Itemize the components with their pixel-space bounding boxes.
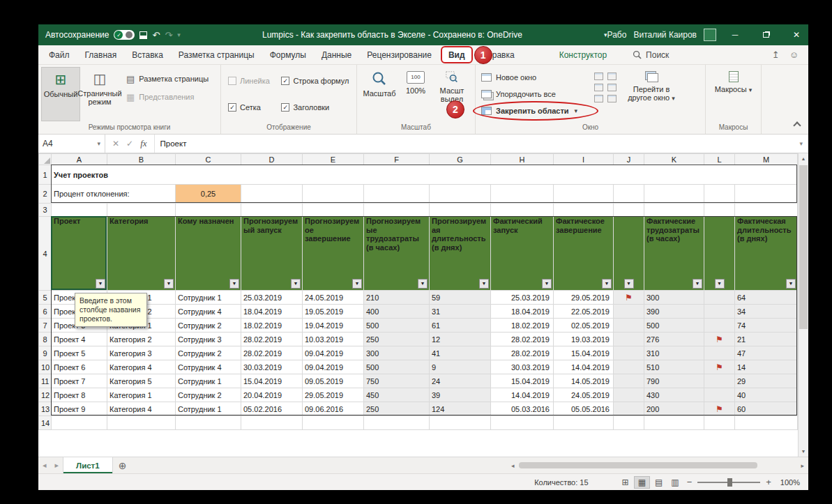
column-header-I[interactable]: I (554, 154, 614, 165)
add-sheet-button[interactable]: ⊕ (113, 457, 133, 473)
cell-A13[interactable]: Проект 9 (52, 402, 107, 416)
cell-K6[interactable]: 390 (644, 305, 704, 319)
cell-H12[interactable]: 14.04.2019 (491, 388, 554, 402)
cell-A10[interactable]: Проект 6 (52, 360, 107, 374)
formula-bar-checkbox[interactable]: ✓ Строка формул (281, 77, 349, 85)
cell-F6[interactable]: 400 (364, 305, 430, 319)
share-icon[interactable]: ↥ (772, 49, 780, 60)
redo-icon[interactable]: ↷ (165, 31, 172, 40)
cell-B8[interactable]: Категория 2 (107, 333, 176, 346)
deviation-value-cell[interactable]: 0,25 (176, 185, 241, 204)
cell[interactable] (735, 416, 798, 430)
zoom-out-button[interactable]: − (683, 477, 696, 487)
cell[interactable] (107, 416, 176, 430)
cell-G11[interactable]: 24 (430, 374, 491, 388)
cell-M11[interactable]: 29 (735, 374, 798, 388)
cell-J10[interactable] (614, 360, 644, 374)
scroll-left-icon[interactable]: ◂ (508, 462, 517, 469)
page-break-preview-button[interactable]: ◫ Страничный режим (80, 67, 119, 121)
filter-button[interactable]: ▼ (418, 279, 428, 289)
scroll-down-icon[interactable]: ▼ (799, 446, 808, 457)
filter-button[interactable]: ▼ (479, 279, 489, 289)
cell[interactable] (704, 204, 735, 217)
cell-E6[interactable]: 19.05.2019 (303, 305, 364, 319)
cell-D9[interactable]: 28.02.2019 (241, 346, 303, 360)
cell[interactable] (303, 185, 364, 204)
zoom-level[interactable]: 100% (780, 478, 800, 487)
cell[interactable] (704, 185, 735, 204)
cell-B9[interactable]: Категория 3 (107, 346, 176, 360)
cell-B10[interactable]: Категория 4 (107, 360, 176, 374)
cell-C8[interactable]: Сотрудник 3 (176, 333, 241, 346)
ribbon-tab-home[interactable]: Главная (77, 45, 125, 64)
page-break-status-icon[interactable]: ▥ (667, 477, 682, 488)
table-header-col-J[interactable]: ▼ (614, 217, 644, 291)
save-icon[interactable] (139, 31, 147, 39)
cell-G12[interactable]: 39 (430, 388, 491, 402)
cell-M5[interactable]: 64 (735, 291, 798, 305)
zoom-100-button[interactable]: 100 100% (399, 67, 432, 121)
vertical-scroll-thumb[interactable] (799, 165, 808, 329)
maximize-button[interactable] (754, 24, 778, 45)
cell-E5[interactable]: 24.05.2019 (303, 291, 364, 305)
cell[interactable] (491, 185, 554, 204)
cell-G7[interactable]: 61 (430, 319, 491, 333)
cell[interactable] (241, 204, 303, 217)
search-box[interactable]: Поиск (633, 45, 669, 64)
cell[interactable] (52, 204, 107, 217)
cell-H6[interactable]: 18.04.2019 (491, 305, 554, 319)
cell-J6[interactable] (614, 305, 644, 319)
cell-A12[interactable]: Проект 8 (52, 388, 107, 402)
cell-L9[interactable] (704, 346, 735, 360)
scroll-up-icon[interactable]: ▲ (799, 153, 808, 164)
cell-F5[interactable]: 210 (364, 291, 430, 305)
avatar[interactable] (704, 29, 716, 41)
row-header-3[interactable]: 3 (39, 204, 52, 217)
cell-A8[interactable]: Проект 4 (52, 333, 107, 346)
cell[interactable] (644, 185, 704, 204)
cell[interactable] (430, 204, 491, 217)
cell-M10[interactable]: 14 (735, 360, 798, 374)
filter-button[interactable]: ▼ (786, 279, 796, 289)
cell[interactable] (430, 185, 491, 204)
filter-button[interactable]: ▼ (542, 279, 552, 289)
row-header-9[interactable]: 9 (39, 346, 52, 360)
cell-K9[interactable]: 310 (644, 346, 704, 360)
cell[interactable] (241, 185, 303, 204)
column-header-A[interactable]: A (52, 154, 107, 165)
cell-E13[interactable]: 09.06.2016 (303, 402, 364, 416)
unhide-icon[interactable] (594, 95, 603, 102)
vertical-scroll-track[interactable] (799, 164, 808, 446)
cell-H9[interactable]: 28.02.2019 (491, 346, 554, 360)
table-header-col-I[interactable]: Фактическое завершение▼ (554, 217, 614, 291)
cell-I13[interactable]: 05.05.2016 (554, 402, 614, 416)
horizontal-scroll-track[interactable] (517, 461, 799, 469)
arrange-all-button[interactable]: Упорядочить все (478, 86, 589, 102)
cell-J5[interactable]: ⚑ (614, 291, 644, 305)
macros-button[interactable]: Макросы ▾ (710, 67, 757, 121)
user-name[interactable]: Виталий Каиров (633, 30, 697, 40)
custom-views-button[interactable]: ▦ Представления (123, 89, 211, 105)
insert-function-icon[interactable]: fx (140, 138, 146, 149)
cell-K8[interactable]: 276 (644, 333, 704, 346)
cell-D5[interactable]: 25.03.2019 (241, 291, 303, 305)
minimize-button[interactable]: ─ (723, 24, 747, 45)
table-header-col-B[interactable]: Категория▼ (107, 217, 176, 291)
cell-L13[interactable]: ⚑ (704, 402, 735, 416)
cell-E10[interactable]: 09.04.2019 (303, 360, 364, 374)
gridlines-checkbox[interactable]: ✓ Сетка (228, 103, 270, 112)
cell-H11[interactable]: 15.04.2019 (491, 374, 554, 388)
cell-C13[interactable]: Сотрудник 1 (176, 402, 241, 416)
cell-E12[interactable]: 29.05.2019 (303, 388, 364, 402)
horizontal-scroll-thumb[interactable] (519, 462, 757, 468)
table-header-col-A[interactable]: Проект▼ (52, 217, 107, 291)
cell-L10[interactable]: ⚑ (704, 360, 735, 374)
ribbon-tab-formulas[interactable]: Формулы (262, 45, 314, 64)
cell-C12[interactable]: Сотрудник 2 (176, 388, 241, 402)
cell[interactable] (735, 185, 798, 204)
cell-K11[interactable]: 790 (644, 374, 704, 388)
headings-checkbox[interactable]: ✓ Заголовки (281, 103, 349, 112)
ribbon-tab-view[interactable]: Вид1 (441, 46, 473, 63)
cell-C10[interactable]: Сотрудник 4 (176, 360, 241, 374)
table-header-col-H[interactable]: Фактический запуск▼ (491, 217, 554, 291)
